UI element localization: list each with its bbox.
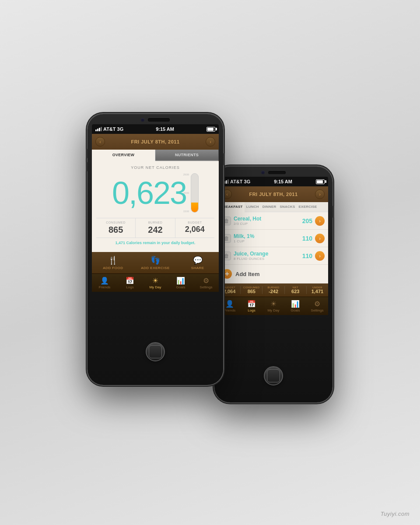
- tab-myday-right[interactable]: ☀ My Day: [262, 300, 284, 312]
- power-button[interactable]: [223, 153, 225, 165]
- camera: [141, 118, 144, 122]
- home-button-area-right: [214, 363, 332, 391]
- nav-prev-button-right[interactable]: ‹: [222, 189, 232, 199]
- nav-header-right: ‹ FRI JULY 8TH, 2011 ›: [219, 186, 328, 202]
- share-label: SHARE: [176, 266, 219, 270]
- food-arrow-0[interactable]: ›: [315, 216, 325, 226]
- consumed-label: CONSUMED: [98, 221, 133, 224]
- home-button-right[interactable]: [264, 366, 283, 385]
- home-button-left[interactable]: [146, 342, 165, 361]
- signal-bar-3: [99, 128, 100, 131]
- signal-bar-2: [97, 129, 98, 131]
- bottom-tabs-right: 👤 Friends 📅 Logs ☀ My Day 📊 Goals: [219, 297, 328, 315]
- summary-burned-value: -242: [262, 289, 284, 294]
- tab-friends-left[interactable]: 👤 Friends: [92, 276, 117, 289]
- tab-nutrients[interactable]: NUTRIENTS: [155, 150, 219, 161]
- tab-overview[interactable]: OVERVIEW: [92, 150, 155, 161]
- tab-goals-right[interactable]: 📊 Goals: [284, 300, 306, 312]
- logs-label-right: Logs: [241, 308, 262, 312]
- battery-fill-right: [317, 180, 323, 183]
- food-delete-0[interactable]: 🗑: [222, 217, 231, 225]
- food-delete-2[interactable]: 🗑: [222, 252, 231, 260]
- net-calories-label: YOUR NET CALORIES: [96, 165, 214, 170]
- food-serving-0: 2/3 CUP: [234, 222, 302, 226]
- stat-budget: BUDGET 2,064: [175, 218, 214, 238]
- friends-label-left: Friends: [92, 285, 117, 289]
- food-arrow-1[interactable]: ›: [315, 234, 325, 243]
- thermo-fill: [191, 203, 198, 212]
- tab-settings-right[interactable]: ⚙ Settings: [306, 300, 328, 312]
- volume-down-button[interactable]: [86, 162, 88, 172]
- overview-card: YOUR NET CALORIES 0,623 2500 2000 1500: [92, 161, 219, 252]
- phone-top-bar: [88, 114, 223, 124]
- add-food-button[interactable]: 🍴 ADD FOOD: [92, 256, 134, 270]
- speaker: [148, 118, 170, 122]
- food-item-2: 🗑 Juice, Orange 8 FLUID OUNCES 110 ›: [219, 247, 328, 265]
- nav-next-button-left[interactable]: ›: [206, 137, 215, 147]
- phones-container: AT&T 3G 9:15 AM ‹ FRI JULY 8TH, 2011 ›: [88, 114, 332, 385]
- add-exercise-label: ADD EXERCISE: [134, 266, 177, 270]
- meal-tab-snacks[interactable]: SNACKS: [278, 202, 297, 212]
- bottom-tabs-left: 👤 Friends 📅 Logs ☀ My Day 📊 Goals: [92, 273, 219, 292]
- meal-tab-lunch[interactable]: LUNCH: [245, 202, 261, 212]
- summary-under: UNDER 1,471: [307, 286, 328, 294]
- food-item-0: 🗑 Cereal, Hot 2/3 CUP 205 ›: [219, 212, 328, 230]
- meal-tab-exercise[interactable]: EXERCISE: [297, 202, 319, 212]
- power-button-right[interactable]: [332, 206, 334, 218]
- volume-up-button[interactable]: [86, 149, 88, 158]
- screen-right: AT&T 3G 9:15 AM ‹ FRI JULY 8TH, 2011 ›: [219, 177, 328, 363]
- add-item-label: Add Item: [235, 271, 260, 277]
- logs-icon-left: 📅: [117, 276, 143, 285]
- add-item-row[interactable]: + Add Item: [219, 265, 328, 284]
- thermo-val-3: 1500: [183, 210, 189, 213]
- thermo-val-1: 2500: [183, 173, 189, 176]
- remain-text: 1,471 Calories remain in your daily budg…: [96, 238, 214, 248]
- tabs-bar-left: OVERVIEW NUTRIENTS: [92, 150, 219, 161]
- time-display-right: 9:15 AM: [274, 179, 292, 184]
- add-exercise-icon: 👣: [134, 256, 177, 265]
- add-food-label: ADD FOOD: [92, 266, 134, 270]
- meal-tab-dinner[interactable]: DINNER: [261, 202, 278, 212]
- tab-goals-left[interactable]: 📊 Goals: [168, 276, 193, 289]
- consumed-value: 865: [98, 225, 133, 235]
- nav-next-button-right[interactable]: ›: [315, 189, 325, 199]
- signal-bar-4r: [228, 179, 229, 184]
- food-arrow-2[interactable]: ›: [315, 251, 325, 261]
- signal-bar-1: [95, 130, 97, 131]
- myday-icon-left: ☀: [143, 276, 168, 285]
- carrier-label-right: AT&T: [230, 179, 243, 184]
- battery-fill: [207, 128, 214, 131]
- burned-label: BURNED: [137, 221, 173, 224]
- food-name-0: Cereal, Hot: [234, 216, 302, 222]
- network-label-right: 3G: [244, 179, 251, 184]
- goals-icon-left: 📊: [168, 276, 193, 285]
- settings-label-right: Settings: [306, 308, 328, 312]
- food-log-content: BREAKFAST LUNCH DINNER SNACKS EXERCISE: [219, 202, 328, 284]
- tab-logs-left[interactable]: 📅 Logs: [117, 276, 143, 289]
- screen-left: AT&T 3G 9:15 AM ‹ FRI JULY 8TH, 2011 ›: [92, 124, 219, 339]
- action-bar: 🍴 ADD FOOD 👣 ADD EXERCISE 💬 SHARE: [92, 252, 219, 273]
- goals-label-right: Goals: [284, 308, 306, 312]
- home-button-inner-right: [267, 369, 280, 382]
- signal-bar-2r: [224, 181, 225, 184]
- friends-icon-left: 👤: [92, 276, 117, 285]
- stat-burned: BURNED 242: [136, 218, 175, 238]
- tab-myday-left[interactable]: ☀ My Day: [143, 276, 168, 289]
- nav-prev-button-left[interactable]: ‹: [95, 137, 105, 147]
- tab-settings-left[interactable]: ⚙ Settings: [193, 276, 219, 289]
- logs-icon-right: 📅: [241, 300, 262, 308]
- add-food-icon: 🍴: [92, 256, 134, 265]
- nav-header-left: ‹ FRI JULY 8TH, 2011 ›: [92, 134, 219, 150]
- food-delete-1[interactable]: 🗑: [222, 234, 231, 243]
- food-name-2: Juice, Orange: [234, 251, 302, 257]
- food-list: 🗑 Cereal, Hot 2/3 CUP 205 › 🗑 Milk,: [219, 212, 328, 284]
- goals-label-left: Goals: [168, 285, 193, 289]
- tab-logs-right[interactable]: 📅 Logs: [241, 300, 262, 312]
- time-display-left: 9:15 AM: [156, 126, 174, 132]
- signal-bar-3r: [226, 180, 227, 184]
- home-button-inner-left: [149, 345, 162, 358]
- add-exercise-button[interactable]: 👣 ADD EXERCISE: [134, 256, 177, 270]
- food-info-2: Juice, Orange 8 FLUID OUNCES: [234, 251, 302, 261]
- share-button[interactable]: 💬 SHARE: [176, 256, 219, 270]
- myday-label-left: My Day: [143, 285, 168, 289]
